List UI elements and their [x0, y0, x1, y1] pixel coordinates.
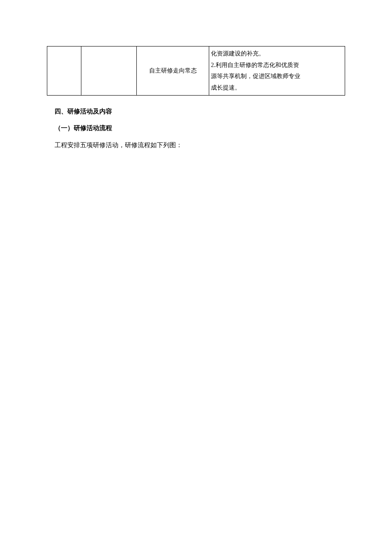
table-cell-line-1: 化资源建设的补充。	[211, 48, 343, 60]
table-cell-line-2: 2.利用自主研修的常态化和优质资	[211, 60, 343, 71]
table-cell-line-4: 成长提速。	[211, 82, 343, 94]
table-cell-empty-1	[47, 46, 81, 96]
table-cell-topic: 自主研修走向常态	[137, 46, 209, 96]
body-paragraph: 工程安排五项研修活动，研修流程如下列图：	[55, 140, 345, 150]
subsection-heading-1: （一）研修活动流程	[55, 124, 345, 132]
table-row: 自主研修走向常态 化资源建设的补充。 2.利用自主研修的常态化和优质资 源等共享…	[47, 46, 345, 96]
table-cell-empty-2	[81, 46, 137, 96]
content-table: 自主研修走向常态 化资源建设的补充。 2.利用自主研修的常态化和优质资 源等共享…	[47, 46, 345, 96]
section-heading-4: 四、研修活动及内容	[55, 108, 345, 116]
document-page: 自主研修走向常态 化资源建设的补充。 2.利用自主研修的常态化和优质资 源等共享…	[0, 46, 392, 150]
table-cell-description: 化资源建设的补充。 2.利用自主研修的常态化和优质资 源等共享机制，促进区域教师…	[209, 46, 345, 96]
table-cell-line-3: 源等共享机制，促进区域教师专业	[211, 71, 343, 82]
